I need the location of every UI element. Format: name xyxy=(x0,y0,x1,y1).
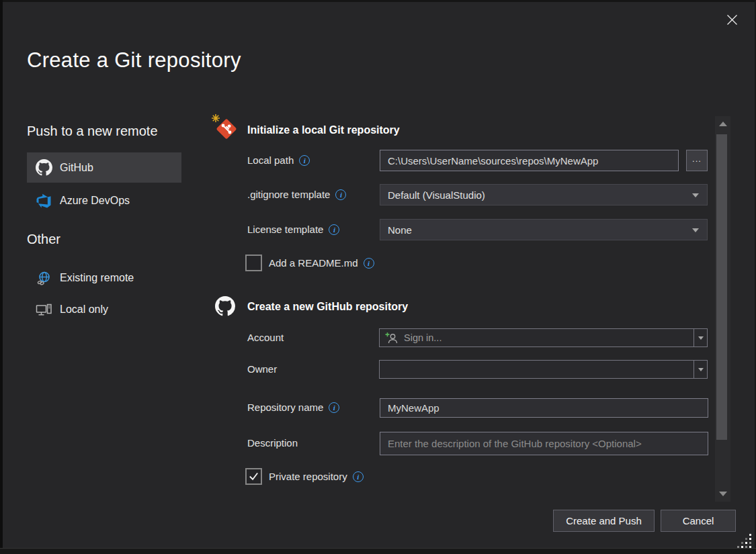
info-icon[interactable]: i xyxy=(364,258,374,269)
github-icon xyxy=(35,159,52,177)
section-title-init: Initialize a local Git repository xyxy=(247,124,400,136)
info-icon[interactable]: i xyxy=(329,402,339,413)
owner-dropdown-button[interactable] xyxy=(694,361,707,378)
gitignore-template-dropdown[interactable]: Default (VisualStudio) xyxy=(380,184,708,205)
owner-label: Owner xyxy=(247,363,277,376)
create-and-push-button[interactable]: Create and Push xyxy=(553,510,655,532)
computer-icon xyxy=(35,301,52,318)
github-icon xyxy=(215,296,235,316)
sidebar-item-label: Azure DevOps xyxy=(60,195,130,207)
gitignore-template-label: .gitignore template i xyxy=(247,188,346,201)
window-border-top xyxy=(0,0,756,2)
info-icon[interactable]: i xyxy=(335,189,346,200)
sidebar-item-label: GitHub xyxy=(60,162,93,174)
sidebar-item-local-only[interactable]: Local only xyxy=(27,297,181,322)
local-path-input[interactable] xyxy=(380,150,679,171)
owner-combobox[interactable] xyxy=(379,360,708,379)
info-icon[interactable]: i xyxy=(329,224,339,235)
sidebar-heading-push: Push to a new remote xyxy=(27,124,158,139)
repository-name-label: Repository name i xyxy=(247,401,339,414)
add-readme-checkbox[interactable] xyxy=(245,255,262,271)
private-repository-checkbox[interactable] xyxy=(245,468,262,485)
description-label: Description xyxy=(247,436,298,450)
sign-in-user-icon xyxy=(385,332,398,344)
chevron-up-icon xyxy=(719,122,727,126)
sidebar-item-github[interactable]: GitHub xyxy=(27,152,181,183)
window-border-left xyxy=(0,0,3,554)
chevron-down-icon xyxy=(692,193,699,197)
account-label: Account xyxy=(247,331,284,344)
sidebar-item-label: Existing remote xyxy=(60,272,134,284)
add-readme-label: Add a README.md i xyxy=(269,257,374,270)
description-input[interactable] xyxy=(380,432,708,455)
sidebar-item-existing-remote[interactable]: Existing remote xyxy=(27,265,181,291)
sidebar-heading-other: Other xyxy=(27,232,60,247)
scroll-down-button[interactable] xyxy=(715,488,730,500)
scroll-up-button[interactable] xyxy=(715,118,730,130)
account-combobox[interactable]: Sign in... xyxy=(379,328,708,347)
close-button[interactable] xyxy=(722,11,742,31)
chevron-down-icon xyxy=(698,336,704,340)
create-git-repository-dialog: Create a Git repository Push to a new re… xyxy=(0,0,756,554)
globe-link-icon xyxy=(35,269,52,287)
private-repository-label: Private repository i xyxy=(269,470,364,483)
repository-name-input[interactable] xyxy=(380,398,708,418)
cancel-button[interactable]: Cancel xyxy=(661,510,736,532)
vertical-scrollbar[interactable] xyxy=(715,116,730,502)
browse-button[interactable]: ... xyxy=(686,150,708,171)
account-value: Sign in... xyxy=(404,332,442,343)
window-border-bottom xyxy=(0,549,756,554)
account-dropdown-button[interactable] xyxy=(694,329,707,347)
chevron-down-icon xyxy=(692,228,699,232)
check-icon xyxy=(248,471,259,482)
license-template-label: License template i xyxy=(247,223,339,236)
info-icon[interactable]: i xyxy=(299,155,310,166)
license-template-dropdown[interactable]: None xyxy=(380,219,708,240)
chevron-down-icon xyxy=(698,368,704,371)
azure-devops-icon xyxy=(35,192,52,210)
dialog-title: Create a Git repository xyxy=(27,48,241,73)
local-path-label: Local path i xyxy=(247,154,310,167)
dropdown-value: None xyxy=(388,224,412,236)
section-title-github: Create a new GitHub repository xyxy=(247,301,408,313)
sidebar-item-label: Local only xyxy=(60,304,108,316)
info-icon[interactable]: i xyxy=(353,471,364,482)
git-new-repo-icon xyxy=(212,114,240,142)
dropdown-value: Default (VisualStudio) xyxy=(388,189,485,201)
scrollbar-thumb[interactable] xyxy=(716,134,727,440)
close-icon xyxy=(726,14,738,28)
sidebar-item-azure-devops[interactable]: Azure DevOps xyxy=(27,188,181,214)
resize-grip[interactable] xyxy=(735,532,753,549)
chevron-down-icon xyxy=(719,492,727,496)
